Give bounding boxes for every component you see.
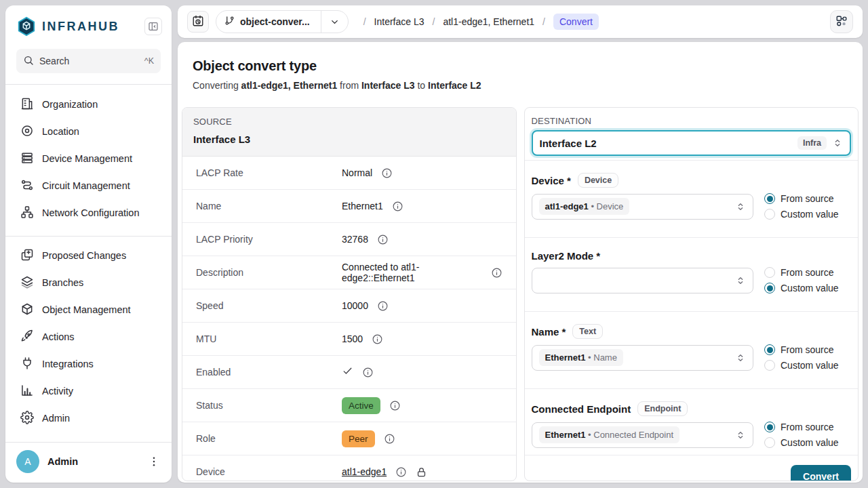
source-row: Name Ethernet1 (182, 190, 516, 223)
divider (321, 11, 321, 33)
custom-value-option[interactable]: Custom value (764, 360, 851, 371)
field-value: Peer (342, 430, 395, 447)
status-badge: Active (342, 397, 380, 414)
related-object-link[interactable]: atl1-edge1 (342, 466, 387, 477)
field-select[interactable]: Ethernet1 • Connected Endpoint (532, 422, 754, 448)
from-source-option[interactable]: From source (764, 267, 851, 278)
sidebar-item-organization[interactable]: Organization (15, 91, 162, 118)
field-name: Device * (532, 175, 571, 186)
field-label: Device (196, 466, 342, 477)
gear-icon (20, 411, 34, 426)
destination-field-layer2-mode: Layer2 Mode * From source Custom value (525, 238, 859, 312)
field-value: Ethernet1 (342, 201, 403, 212)
from-source-option[interactable]: From source (764, 344, 851, 355)
source-row: Speed 10000 (182, 289, 516, 323)
convert-button[interactable]: Convert (791, 465, 851, 481)
user-name: Admin (47, 456, 139, 467)
selected-value-chip: Ethernet1 • Name (539, 349, 623, 366)
field-label: Description (196, 267, 342, 278)
from-source-option[interactable]: From source (764, 422, 851, 432)
sidebar-item-actions[interactable]: Actions (15, 323, 162, 350)
custom-value-option[interactable]: Custom value (764, 209, 851, 220)
breadcrumb: /Interface L3/atl1-edge1, Ethernet1/Conv… (363, 14, 599, 30)
kebab-menu-icon[interactable] (147, 455, 161, 468)
source-row: MTU 1500 (182, 323, 516, 356)
breadcrumb-item-interface-l3[interactable]: Interface L3 (374, 16, 425, 27)
search-input[interactable]: Search ^K (16, 49, 161, 73)
page-title: Object convert type (193, 58, 848, 74)
branch-selector[interactable]: object-conver... (216, 10, 349, 33)
sidebar-item-network-configuration[interactable]: Network Configuration (15, 199, 162, 226)
field-select[interactable] (532, 268, 754, 293)
sidebar-item-object-management[interactable]: Object Management (15, 296, 162, 323)
field-select[interactable]: atl1-edge1 • Device (532, 194, 754, 220)
sidebar: INFRAHUB Search ^K Organization Location… (5, 5, 172, 483)
chevron-down-icon (330, 17, 340, 27)
divider (5, 236, 172, 237)
info-icon[interactable] (395, 466, 407, 478)
field-label: Enabled (196, 367, 342, 378)
git-branch-icon (224, 16, 235, 28)
search-icon (23, 55, 34, 68)
field-label: Role (196, 433, 342, 444)
sidebar-item-circuit-management[interactable]: Circuit Management (15, 172, 162, 199)
sidebar-item-integrations[interactable]: Integrations (15, 350, 162, 378)
custom-value-option[interactable]: Custom value (764, 283, 851, 293)
source-row: Role Peer (182, 422, 516, 455)
breadcrumb-separator: / (363, 16, 366, 27)
info-icon[interactable] (381, 167, 393, 179)
selected-value-chip: atl1-edge1 • Device (539, 198, 630, 215)
sidebar-item-branches[interactable]: Branches (15, 269, 162, 296)
field-value: Normal (342, 167, 393, 179)
source-row: Status Active (182, 389, 516, 422)
breadcrumb-separator: / (433, 16, 435, 27)
destination-field-connected-endpoint: Connected Endpoint Endpoint Ethernet1 • … (525, 389, 859, 455)
info-icon[interactable] (372, 333, 383, 345)
sidebar-item-device-management[interactable]: Device Management (15, 145, 162, 172)
selected-value-chip: Ethernet1 • Connected Endpoint (539, 426, 680, 443)
map-pin-icon (20, 124, 34, 140)
avatar: A (16, 450, 39, 473)
calendar-clock-button[interactable] (187, 11, 209, 33)
form-actions: Convert (525, 455, 859, 481)
info-icon[interactable] (491, 267, 502, 279)
info-icon[interactable] (377, 300, 389, 312)
info-icon[interactable] (377, 234, 389, 245)
network-icon (20, 205, 34, 221)
info-icon[interactable] (389, 400, 401, 411)
sidebar-item-activity[interactable]: Activity (15, 378, 162, 405)
destination-field-name: Name * Text Ethernet1 • Name From source… (525, 312, 859, 389)
select-stepper-icon (735, 352, 746, 363)
source-type-name: Interface L3 (193, 134, 505, 145)
source-row: Enabled (182, 356, 516, 389)
field-name: Layer2 Mode * (532, 250, 601, 262)
field-select[interactable]: Ethernet1 • Name (532, 345, 754, 371)
destination-panel: DESTINATION Interface L2 Infra Device * … (524, 107, 859, 481)
info-icon[interactable] (392, 201, 403, 212)
schema-visualizer-button[interactable] (830, 10, 853, 33)
select-stepper-icon (832, 138, 843, 148)
from-source-option[interactable]: From source (764, 193, 851, 204)
main-content: Object convert type Converting atl1-edge… (178, 42, 863, 483)
info-icon[interactable] (384, 433, 395, 445)
destination-type-value: Interface L2 (540, 138, 792, 149)
search-label: Search (39, 56, 69, 66)
info-icon[interactable] (362, 367, 374, 378)
source-panel-header: SOURCE Interface L3 (182, 108, 516, 157)
breadcrumb-item-atl1-edge1-ethernet1[interactable]: atl1-edge1, Ethernet1 (443, 16, 534, 27)
collapse-sidebar-icon[interactable] (144, 18, 162, 35)
sidebar-item-admin[interactable]: Admin (15, 405, 162, 432)
page-subtitle: Converting atl1-edge1, Ethernet1 from In… (193, 80, 848, 91)
breadcrumb-separator: / (542, 16, 545, 27)
source-row: Device atl1-edge1 (182, 455, 516, 481)
sidebar-item-location[interactable]: Location (15, 118, 162, 145)
branch-name: object-conver... (240, 16, 310, 27)
destination-type-select[interactable]: Interface L2 Infra (532, 130, 852, 156)
sidebar-item-proposed-changes[interactable]: Proposed Changes (15, 242, 162, 269)
source-row: LACP Rate Normal (182, 157, 516, 190)
custom-value-option[interactable]: Custom value (764, 437, 851, 448)
sidebar-nav: Organization Location Device Management … (5, 85, 172, 432)
field-label: Speed (196, 300, 342, 311)
lock-icon (416, 466, 427, 478)
rocket-icon (20, 329, 34, 345)
